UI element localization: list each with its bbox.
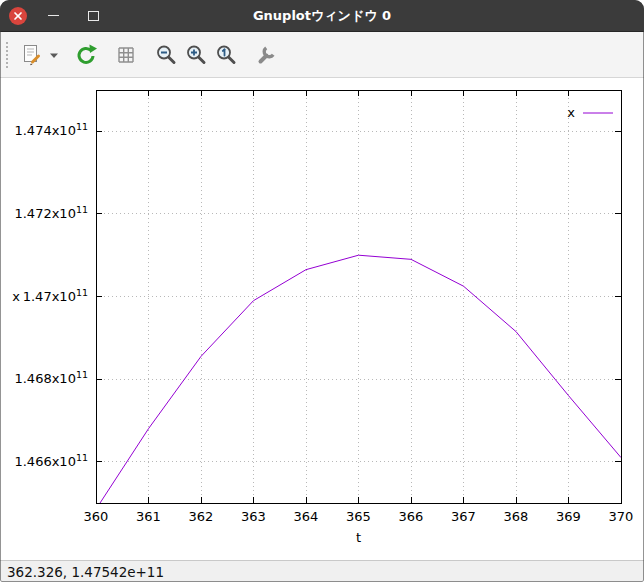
x-axis-label: t [356,530,361,545]
x-tick-label: 362 [189,509,214,524]
status-bar: 362.326, 1.47542e+11 [0,560,644,582]
zoom-out-icon [154,43,178,67]
x-tick-label: 369 [556,509,581,524]
settings-button[interactable] [251,39,281,71]
gnuplot-window: Gnuplotウィンドウ 0 [0,0,644,582]
x-tick-label: 370 [609,509,634,524]
dropdown-arrow-icon [49,43,59,67]
titlebar: Gnuplotウィンドウ 0 [0,0,644,32]
restore-zoom-button[interactable] [211,39,241,71]
x-tick-label: 364 [294,509,319,524]
x-tick-label: 361 [136,509,161,524]
plot-area: 3603613623633643653663673683693701.466x1… [0,78,644,560]
x-tick-label: 360 [84,509,109,524]
grid-icon [114,43,138,67]
wrench-icon [254,43,278,67]
zoom-original-icon [214,43,238,67]
y-tick-label: 1.466x1011 [14,452,88,469]
zoom-out-button[interactable] [151,39,181,71]
window-title: Gnuplotウィンドウ 0 [0,0,644,32]
toggle-grid-button[interactable] [111,39,141,71]
x-tick-label: 368 [504,509,529,524]
y-tick-label: 1.474x1011 [14,121,88,138]
zoom-in-icon [184,43,208,67]
x-tick-label: 363 [241,509,266,524]
legend-label: x [567,105,575,120]
x-tick-label: 366 [399,509,424,524]
x-tick-label: 367 [451,509,476,524]
y-tick-label: 1.468x1011 [14,369,88,386]
export-menu-button[interactable] [47,39,61,71]
chart[interactable]: 3603613623633643653663673683693701.466x1… [0,78,644,560]
export-button[interactable] [17,39,47,71]
plot-border [96,90,621,503]
export-icon [20,43,44,67]
toolbar [0,32,644,78]
replot-button[interactable] [71,39,101,71]
zoom-in-button[interactable] [181,39,211,71]
cursor-coordinates: 362.326, 1.47542e+11 [7,564,164,580]
y-tick-label: 1.47x1011 [23,287,88,304]
y-tick-label: 1.472x1011 [14,204,88,221]
refresh-icon [74,43,98,67]
x-tick-label: 365 [346,509,371,524]
toolbar-drag-handle[interactable] [6,42,10,68]
y-axis-label: x [12,289,20,304]
